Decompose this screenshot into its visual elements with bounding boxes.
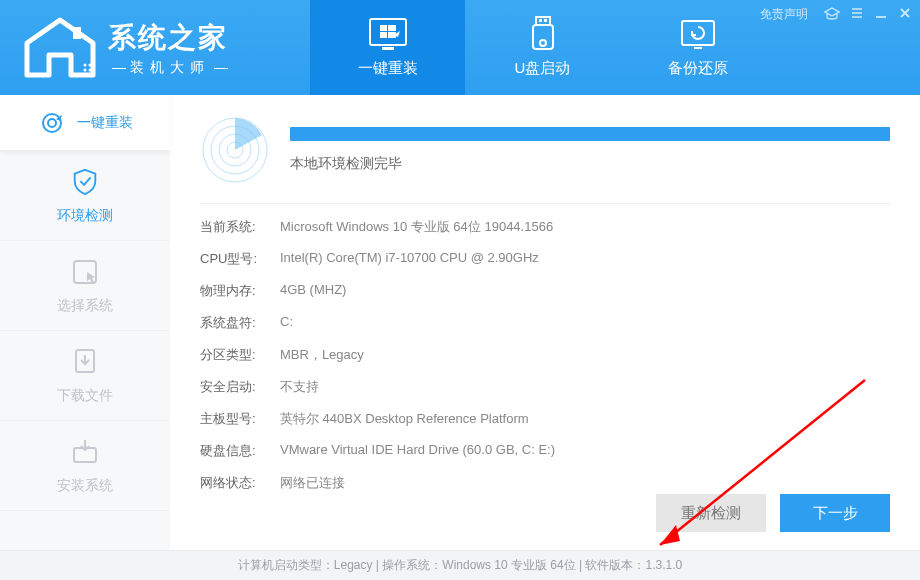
svg-rect-12: [682, 21, 714, 45]
shield-check-icon: [70, 167, 100, 197]
svg-point-2: [88, 64, 91, 67]
logo-area: 系统之家 装机大师: [0, 13, 300, 83]
usb-icon: [523, 17, 563, 51]
sidebar-item-label: 下载文件: [57, 387, 113, 405]
info-row-motherboard: 主板型号:英特尔 440BX Desktop Reference Platfor…: [200, 410, 890, 428]
house-logo-icon: [20, 13, 100, 83]
progress-row: 本地环境检测完毕: [200, 115, 890, 185]
close-icon[interactable]: [898, 6, 912, 23]
info-value: 4GB (MHZ): [280, 282, 346, 300]
info-value: VMware Virtual IDE Hard Drive (60.0 GB, …: [280, 442, 555, 460]
window-controls: 免责声明: [760, 6, 912, 23]
sidebar-item-install[interactable]: 安装系统: [0, 421, 170, 511]
info-row-os: 当前系统:Microsoft Windows 10 专业版 64位 19044.…: [200, 218, 890, 236]
sidebar-item-select-system[interactable]: 选择系统: [0, 241, 170, 331]
sidebar-item-label: 安装系统: [57, 477, 113, 495]
sidebar: 一键重装 环境检测 选择系统 下载文件 安装系统: [0, 95, 170, 550]
detection-status-text: 本地环境检测完毕: [290, 155, 890, 173]
info-row-drive: 系统盘符:C:: [200, 314, 890, 332]
info-row-cpu: CPU型号:Intel(R) Core(TM) i7-10700 CPU @ 2…: [200, 250, 890, 268]
top-tabs: 一键重装 U盘启动 备份还原: [310, 0, 775, 95]
info-value: 网络已连接: [280, 474, 345, 492]
target-icon: [37, 108, 67, 138]
info-row-partition: 分区类型:MBR，Legacy: [200, 346, 890, 364]
svg-point-3: [83, 69, 86, 72]
logo-text: 系统之家 装机大师: [108, 19, 232, 77]
progress-bar: [290, 127, 890, 141]
info-label: 安全启动:: [200, 378, 280, 396]
footer-text: 计算机启动类型：Legacy | 操作系统：Windows 10 专业版 64位…: [238, 557, 682, 574]
svg-rect-9: [544, 19, 547, 22]
graduation-icon[interactable]: [824, 6, 840, 23]
svg-rect-13: [694, 47, 702, 49]
info-row-disk: 硬盘信息:VMware Virtual IDE Hard Drive (60.0…: [200, 442, 890, 460]
info-row-secureboot: 安全启动:不支持: [200, 378, 890, 396]
sidebar-item-label: 选择系统: [57, 297, 113, 315]
info-label: 主板型号:: [200, 410, 280, 428]
info-row-memory: 物理内存:4GB (MHZ): [200, 282, 890, 300]
main-panel: 本地环境检测完毕 当前系统:Microsoft Windows 10 专业版 6…: [170, 95, 920, 550]
info-label: 物理内存:: [200, 282, 280, 300]
svg-point-11: [540, 40, 546, 46]
info-label: 系统盘符:: [200, 314, 280, 332]
svg-rect-0: [73, 27, 81, 39]
svg-point-4: [88, 69, 91, 72]
recheck-button[interactable]: 重新检测: [656, 494, 766, 532]
svg-rect-8: [539, 19, 542, 22]
info-value: 不支持: [280, 378, 319, 396]
tab-label: 一键重装: [358, 59, 418, 78]
info-value: C:: [280, 314, 293, 332]
status-bar: 计算机启动类型：Legacy | 操作系统：Windows 10 专业版 64位…: [0, 550, 920, 580]
disclaimer-link[interactable]: 免责声明: [760, 6, 808, 23]
tab-backup-restore[interactable]: 备份还原: [620, 0, 775, 95]
svg-point-14: [43, 114, 61, 132]
tab-label: 备份还原: [668, 59, 728, 78]
tab-label: U盘启动: [515, 59, 571, 78]
info-row-network: 网络状态:网络已连接: [200, 474, 890, 492]
svg-point-1: [83, 64, 86, 67]
select-icon: [70, 257, 100, 287]
svg-point-15: [48, 119, 56, 127]
minimize-icon[interactable]: [874, 6, 888, 23]
sidebar-item-env-check[interactable]: 环境检测: [0, 151, 170, 241]
windows-reinstall-icon: [368, 17, 408, 51]
svg-rect-6: [382, 47, 394, 50]
logo-title: 系统之家: [108, 19, 232, 57]
action-buttons: 重新检测 下一步: [656, 494, 890, 532]
progress-box: 本地环境检测完毕: [290, 127, 890, 173]
logo-subtitle: 装机大师: [108, 59, 232, 77]
backup-icon: [678, 17, 718, 51]
sidebar-item-download[interactable]: 下载文件: [0, 331, 170, 421]
info-label: 当前系统:: [200, 218, 280, 236]
sidebar-item-label: 一键重装: [77, 114, 133, 132]
info-label: CPU型号:: [200, 250, 280, 268]
menu-icon[interactable]: [850, 6, 864, 23]
info-value: MBR，Legacy: [280, 346, 364, 364]
body-area: 一键重装 环境检测 选择系统 下载文件 安装系统: [0, 95, 920, 550]
info-label: 分区类型:: [200, 346, 280, 364]
radar-icon: [200, 115, 270, 185]
info-value: Microsoft Windows 10 专业版 64位 19044.1566: [280, 218, 553, 236]
next-button[interactable]: 下一步: [780, 494, 890, 532]
sidebar-item-reinstall[interactable]: 一键重装: [0, 95, 170, 151]
app-header: 系统之家 装机大师 一键重装 U盘启动 备份还原 免责声明: [0, 0, 920, 95]
system-info-list: 当前系统:Microsoft Windows 10 专业版 64位 19044.…: [200, 203, 890, 492]
info-value: 英特尔 440BX Desktop Reference Platform: [280, 410, 529, 428]
info-label: 硬盘信息:: [200, 442, 280, 460]
sidebar-item-label: 环境检测: [57, 207, 113, 225]
info-label: 网络状态:: [200, 474, 280, 492]
tab-usb-boot[interactable]: U盘启动: [465, 0, 620, 95]
tab-reinstall[interactable]: 一键重装: [310, 0, 465, 95]
install-icon: [70, 437, 100, 467]
download-icon: [70, 347, 100, 377]
svg-rect-7: [536, 17, 550, 25]
info-value: Intel(R) Core(TM) i7-10700 CPU @ 2.90GHz: [280, 250, 539, 268]
